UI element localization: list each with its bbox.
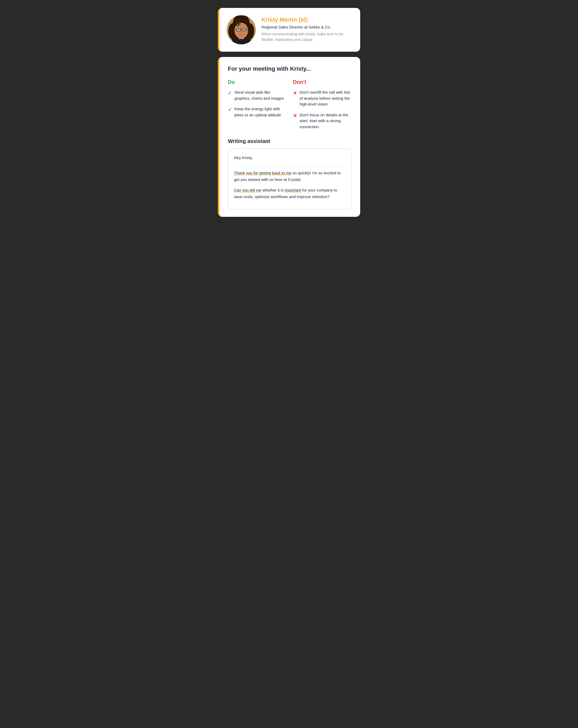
- divider-1: [234, 166, 346, 166]
- dont-item-2: ✕ Don't focus on details at the start; s…: [293, 112, 352, 130]
- writing-para-2-mid: whether it is: [261, 188, 285, 192]
- dont-items: ✕ Don't overfill the call with lots of a…: [293, 89, 352, 130]
- dont-column: Don't ✕ Don't overfill the call with lot…: [293, 79, 352, 130]
- writing-box: Hey Kristy, Thank you for getting back t…: [228, 149, 352, 209]
- dont-item-2-text: Don't focus on details at the start; sta…: [299, 112, 352, 130]
- profile-card: Kristy Martin (Id) Regional Sales Direct…: [218, 8, 360, 52]
- profile-name: Kristy Martin (Id): [262, 16, 353, 23]
- avatar: [227, 15, 256, 44]
- check-icon-1: ✓: [228, 90, 232, 97]
- do-column: Do ✓ Send visual aids like graphics, cha…: [228, 79, 287, 130]
- writing-para-1: Thank you for getting back to me so quic…: [234, 170, 346, 183]
- profile-description: When communicating with Kristy, make sur…: [262, 31, 353, 43]
- do-dont-grid: Do ✓ Send visual aids like graphics, cha…: [228, 79, 352, 130]
- profile-title: Regional Sales Director at Gekko & Co.: [262, 25, 353, 29]
- do-item-2-text: Keep the energy light with jokes or an u…: [234, 106, 287, 118]
- x-icon-2: ✕: [293, 112, 297, 120]
- check-icon-2: ✓: [228, 106, 232, 113]
- writing-para-2: Can you tell me whether it is important …: [234, 187, 346, 200]
- do-items: ✓ Send visual aids like graphics, charts…: [228, 89, 287, 118]
- svg-point-18: [235, 19, 240, 26]
- svg-point-10: [238, 29, 239, 31]
- highlighted-phrase-2: Can you tell me: [234, 188, 261, 192]
- highlighted-phrase-3: important: [285, 188, 301, 192]
- writing-greeting: Hey Kristy,: [234, 155, 346, 161]
- meeting-card: For your meeting with Kristy... Do ✓ Sen…: [218, 57, 360, 217]
- do-item-2: ✓ Keep the energy light with jokes or an…: [228, 106, 287, 118]
- dont-item-1-text: Don't overfill the call with lots of ana…: [299, 89, 352, 107]
- meeting-title: For your meeting with Kristy...: [228, 66, 352, 72]
- svg-point-17: [240, 32, 242, 33]
- svg-point-11: [244, 29, 245, 31]
- do-header: Do: [228, 79, 287, 85]
- do-item-1-text: Send visual aids like graphics, charts a…: [234, 89, 287, 101]
- dont-header: Don't: [293, 79, 352, 85]
- do-item-1: ✓ Send visual aids like graphics, charts…: [228, 89, 287, 101]
- writing-assistant-title: Writing assistant: [228, 138, 352, 144]
- dont-item-1: ✕ Don't overfill the call with lots of a…: [293, 89, 352, 107]
- x-icon-1: ✕: [293, 90, 297, 97]
- highlighted-phrase-1: Thank you for getting back to me: [234, 171, 291, 175]
- profile-info: Kristy Martin (Id) Regional Sales Direct…: [262, 15, 353, 43]
- avatar-image: [227, 15, 256, 44]
